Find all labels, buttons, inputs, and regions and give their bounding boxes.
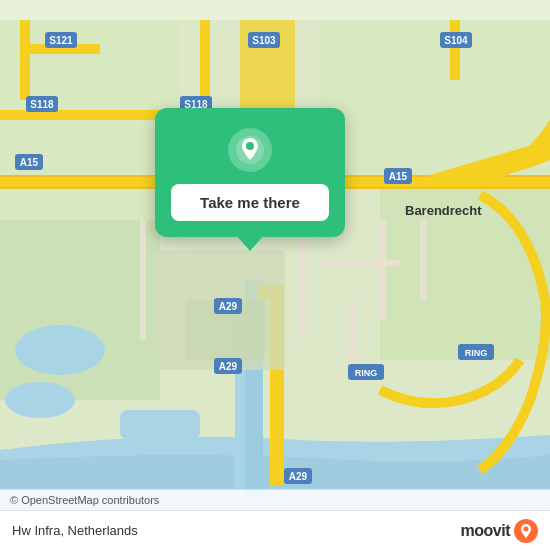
svg-text:Barendrecht: Barendrecht [405,203,482,218]
svg-text:A29: A29 [219,301,238,312]
attribution-text: © OpenStreetMap contributors [10,494,159,506]
svg-point-59 [524,526,529,531]
moovit-logo: moovit [461,519,538,543]
map-svg: S121 S118 S118 S103 S104 A15 A15 A15 RIN… [0,0,550,550]
svg-text:S121: S121 [49,35,73,46]
map-container: S121 S118 S118 S103 S104 A15 A15 A15 RIN… [0,0,550,550]
svg-rect-17 [450,20,460,80]
svg-rect-2 [0,220,160,400]
info-bar: Hw Infra, Netherlands moovit [0,510,550,550]
svg-text:S103: S103 [252,35,276,46]
pin-svg [234,134,266,166]
svg-point-5 [15,325,105,375]
svg-text:A15: A15 [389,171,408,182]
svg-text:S104: S104 [444,35,468,46]
svg-rect-22 [300,220,306,340]
svg-rect-25 [380,220,386,320]
moovit-text: moovit [461,522,510,540]
take-me-there-button[interactable]: Take me there [171,184,329,221]
svg-text:A29: A29 [219,361,238,372]
attribution-bar: © OpenStreetMap contributors [0,489,550,510]
moovit-pin-icon [518,523,534,539]
svg-rect-15 [20,20,30,100]
location-label: Hw Infra, Netherlands [12,523,138,538]
svg-rect-20 [140,220,146,340]
svg-text:S118: S118 [30,99,54,110]
moovit-icon [514,519,538,543]
location-pin-icon [228,128,272,172]
svg-text:A15: A15 [20,157,39,168]
svg-text:RING: RING [465,348,488,358]
svg-text:A29: A29 [289,471,308,482]
svg-rect-26 [420,220,426,300]
svg-rect-7 [120,410,200,440]
svg-point-58 [246,142,254,150]
svg-point-6 [5,382,75,418]
popup-card[interactable]: Take me there [155,108,345,237]
svg-text:RING: RING [355,368,378,378]
svg-rect-23 [320,260,400,266]
